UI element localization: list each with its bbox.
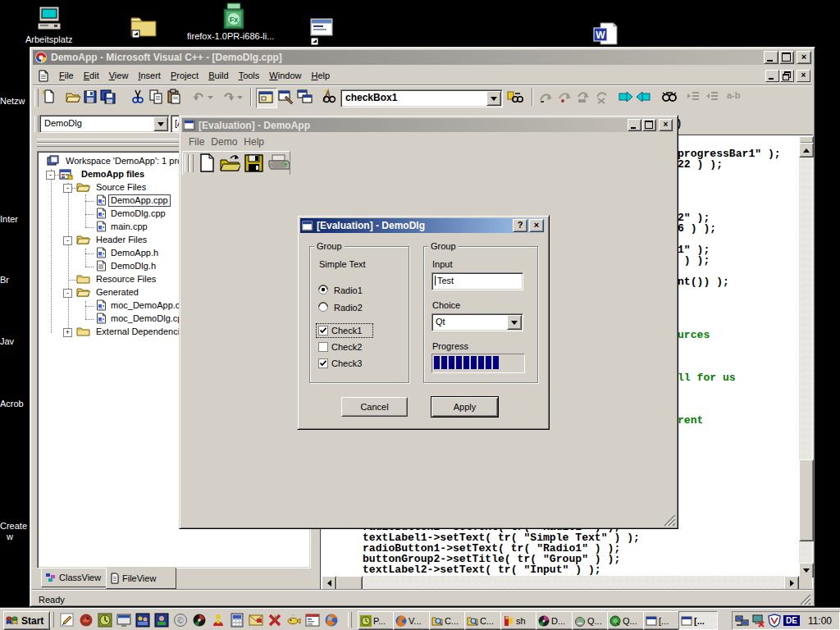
tree-item-label[interactable]: Source Files — [94, 182, 148, 193]
tree-expander[interactable]: - — [46, 171, 55, 180]
desktop-label-acrob[interactable]: Acrob — [0, 399, 24, 409]
check3-label[interactable]: Check3 — [331, 358, 362, 368]
ql-user-icon[interactable] — [211, 613, 226, 628]
wizardbar-grip[interactable] — [34, 116, 39, 132]
indent-icon[interactable] — [685, 89, 701, 107]
keyboard-layout-badge[interactable]: DE — [783, 615, 800, 626]
menu-view[interactable]: View — [104, 68, 134, 84]
menu-file[interactable]: File — [54, 68, 79, 84]
menu-project[interactable]: Project — [166, 68, 203, 84]
check2-label[interactable]: Check2 — [331, 342, 362, 352]
dialog-close-button[interactable]: × — [529, 219, 544, 232]
app-print-icon[interactable] — [267, 153, 290, 173]
tree-expander[interactable]: - — [63, 236, 72, 245]
start-button[interactable]: Start — [3, 611, 50, 630]
toolbar-grip[interactable] — [34, 89, 39, 107]
check2-input[interactable] — [318, 342, 328, 352]
tray-offline-icon[interactable] — [751, 614, 766, 628]
task-button-3[interactable]: C... — [429, 611, 468, 630]
app-close-button[interactable]: × — [659, 119, 673, 131]
main-title-bar[interactable]: DemoApp - Microsoft Visual C++ - [DemoDl… — [33, 50, 812, 65]
resource-wizard-icon[interactable] — [277, 89, 295, 107]
ql-session-icon[interactable] — [154, 613, 169, 628]
app-menu-file[interactable]: File — [189, 136, 204, 148]
check1-label[interactable]: Check1 — [331, 326, 362, 336]
open-file-icon[interactable] — [65, 89, 81, 107]
task-button-7[interactable]: Q... — [572, 611, 610, 630]
toolbar-grip[interactable] — [185, 154, 189, 172]
tree-item-label[interactable]: External Dependencies — [94, 326, 191, 337]
app-save-icon[interactable] — [244, 153, 264, 173]
menu-window[interactable]: Window — [264, 68, 306, 84]
radio1-label[interactable]: Radio1 — [334, 285, 363, 295]
tree-item-label[interactable]: DemoApp.cpp — [109, 195, 170, 206]
ql-copyright-icon[interactable]: © — [173, 613, 188, 628]
apply-button[interactable]: Apply — [431, 396, 499, 418]
desktop-label-inter[interactable]: Inter — [0, 214, 18, 224]
ql-users-icon[interactable] — [135, 613, 150, 628]
editor-hscrollbar[interactable] — [322, 576, 799, 589]
app-maximize-button[interactable] — [642, 119, 656, 131]
ql-display-icon[interactable] — [116, 613, 131, 628]
desktop-label-jav[interactable]: Jav — [0, 336, 14, 346]
quicklaunch-grip[interactable] — [50, 612, 54, 628]
step-over-icon[interactable] — [556, 89, 573, 107]
undo-icon[interactable] — [190, 89, 215, 107]
ql-kde-app-icon[interactable] — [79, 613, 94, 628]
go-icon[interactable] — [537, 89, 554, 107]
tree-item-label[interactable]: DemoDlg.h — [109, 261, 158, 272]
minimize-button[interactable] — [764, 51, 778, 64]
word-wrap-icon[interactable]: a-b — [727, 90, 741, 100]
radio1-input[interactable] — [318, 285, 329, 295]
app-menu-demo[interactable]: Demo — [211, 136, 237, 148]
tree-item-label[interactable]: Resource Files — [94, 274, 158, 285]
check1-input[interactable] — [318, 326, 328, 336]
new-file-icon[interactable] — [41, 89, 57, 107]
choice-combo[interactable]: Qt — [431, 313, 523, 331]
tree-item-label[interactable]: Header Files — [94, 235, 148, 245]
task-button-6[interactable]: D... — [536, 611, 574, 630]
task-button-8[interactable]: Q... — [607, 611, 646, 630]
task-button-4[interactable]: C... — [464, 611, 503, 630]
app-open-icon[interactable] — [219, 153, 241, 173]
app-minimize-button[interactable] — [628, 119, 641, 131]
editor-vscroll-thumb[interactable] — [799, 459, 814, 541]
close-button[interactable]: × — [797, 51, 811, 64]
object-combo-dropdown[interactable] — [486, 91, 501, 106]
paste-icon[interactable] — [166, 89, 182, 107]
choice-dropdown[interactable] — [507, 315, 522, 330]
mdi-close-button[interactable]: × — [797, 70, 810, 82]
tree-item-label[interactable]: DemoDlg.cpp — [109, 208, 167, 219]
desktop-label-create[interactable]: Create — [0, 521, 27, 531]
task-button-5[interactable]: sh — [500, 611, 539, 630]
cancel-button[interactable]: Cancel — [341, 397, 408, 417]
firefox-package-icon[interactable]: Fx — [220, 2, 248, 33]
cut-icon[interactable] — [130, 89, 146, 107]
wizardbar-actions-icon[interactable] — [506, 89, 524, 107]
my-computer-icon[interactable] — [36, 5, 64, 36]
desktop-label-br[interactable]: Br — [0, 275, 9, 285]
app-menu-help[interactable]: Help — [244, 136, 264, 148]
radio2-input[interactable] — [318, 302, 329, 313]
desktop-label-w[interactable]: w — [7, 532, 13, 541]
tree-item-label[interactable]: DemoApp.h — [109, 248, 160, 258]
tab-classview[interactable]: ClassView — [41, 568, 109, 587]
step-into-icon[interactable] — [575, 89, 591, 107]
menu-edit[interactable]: Edit — [79, 68, 104, 84]
ql-media-icon[interactable] — [192, 613, 207, 628]
tree-expander[interactable]: - — [63, 289, 72, 298]
cascade-windows-icon[interactable] — [296, 89, 314, 107]
class-combo-dropdown[interactable] — [153, 116, 168, 131]
task-button-10[interactable]: [... — [678, 611, 718, 630]
ql-mail-icon[interactable] — [249, 613, 263, 628]
input-field[interactable]: Test — [431, 272, 523, 290]
ql-calculator-icon[interactable] — [230, 613, 244, 628]
desktop-folder-icon[interactable] — [130, 11, 159, 43]
desktop-terminal-icon[interactable] — [308, 16, 336, 48]
maximize-button[interactable] — [779, 51, 794, 64]
object-combo[interactable]: checkBox1 — [340, 89, 503, 107]
copy-icon[interactable] — [148, 89, 164, 107]
mdi-document-icon[interactable] — [37, 70, 49, 82]
toolbar-grip[interactable] — [189, 154, 194, 172]
my-computer-label[interactable]: Arbeitsplatz — [25, 34, 72, 44]
